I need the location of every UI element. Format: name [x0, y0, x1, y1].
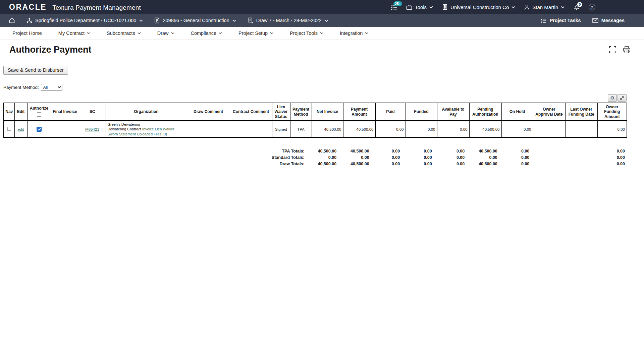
authorize-all-checkbox[interactable] [37, 112, 41, 117]
company-menu[interactable]: Universal Construction Co [442, 4, 515, 10]
col-header-owner-approval-date: Owner Approval Date [533, 103, 565, 121]
company-label: Universal Construction Co [450, 4, 509, 10]
authorize-cell [27, 121, 51, 137]
chevron-down-icon [365, 32, 368, 34]
chevron-down-icon [171, 32, 174, 34]
owner-approval-date-cell [533, 121, 565, 137]
table-settings-button[interactable]: ⚙ [608, 94, 617, 102]
nav-item-project-home[interactable]: Project Home [12, 31, 42, 36]
messages-button[interactable]: Messages [592, 18, 625, 23]
chevron-down-icon [138, 32, 141, 34]
contract-label: 209866 - General Construction [163, 18, 229, 23]
brand-group: ORACLE Textura Payment Management [9, 3, 141, 12]
table-expand-button[interactable] [618, 94, 627, 102]
standard-totals-row: Standard Totals: 0.00 0.00 0.00 0.00 0.0… [3, 154, 627, 161]
totals-value [564, 154, 597, 161]
chevron-down-icon [139, 19, 143, 22]
nav-label: Project Home [12, 31, 42, 36]
contract-document-icon [154, 17, 160, 23]
chevron-down-icon [561, 6, 565, 8]
col-header-organization: Organization [106, 103, 187, 121]
user-label: Stan Martin [532, 4, 558, 10]
org-hierarchy-icon [26, 18, 32, 23]
nav-item-project-setup[interactable]: Project Setup [238, 31, 273, 36]
task-list-icon: 25+ [391, 4, 397, 10]
totals-value: 0.00 [596, 154, 627, 161]
col-header-payment-method: Payment Method [290, 103, 312, 121]
nav-label: Integration [340, 31, 363, 36]
project-tasks-button[interactable]: Project Tasks [541, 18, 581, 23]
col-header-edit: Edit [14, 103, 27, 121]
totals-value: 0.00 [596, 161, 627, 167]
totals-value: 0.00 [306, 154, 338, 161]
help-icon: ? [589, 4, 595, 10]
net-invoice-cell: 40,500.00 [312, 121, 343, 137]
draw-document-icon [248, 17, 253, 23]
totals-value: 0.00 [596, 148, 627, 154]
totals-value [531, 154, 564, 161]
fullscreen-button[interactable] [609, 46, 616, 53]
title-icons [609, 46, 631, 53]
totals-value: 0.00 [499, 154, 531, 161]
payment-method-row: Payment Method: All [3, 84, 644, 91]
sworn-statement-link[interactable]: Sworn Statement [108, 132, 136, 136]
row-hierarchy-icon [7, 127, 11, 131]
print-button[interactable] [623, 46, 631, 53]
invoice-link[interactable]: Invoice [142, 127, 154, 131]
contract-comment-cell [230, 121, 272, 137]
edit-link[interactable]: edit [18, 127, 24, 131]
bell-icon: 0 [574, 4, 580, 10]
help-button[interactable]: ? [589, 4, 595, 10]
nav-label: Compliance [191, 31, 217, 36]
organization-contract: Dewatering Contract [108, 127, 141, 131]
notifications-button[interactable]: 0 [574, 4, 580, 10]
organization-cell: Green's Dewatering Dewatering Contract I… [106, 121, 187, 137]
contract-selector[interactable]: 209866 - General Construction [154, 17, 236, 23]
nav-item-integration[interactable]: Integration [340, 31, 369, 36]
nav-item-project-tools[interactable]: Project Tools [290, 31, 323, 36]
totals-label: Standard Totals: [3, 154, 306, 161]
tpa-totals-row: TPA Totals: 40,500.00 40,500.00 0.00 0.0… [3, 148, 627, 154]
nav-item-subcontracts[interactable]: Subcontracts [107, 31, 141, 36]
chevron-down-icon [512, 6, 515, 8]
home-button[interactable] [9, 17, 15, 23]
nav-item-draw[interactable]: Draw [157, 31, 174, 36]
col-header-lien-waiver-status: Lien Waiver Status [272, 103, 290, 121]
totals-value: 0.00 [371, 154, 401, 161]
totals-value [531, 148, 564, 154]
briefcase-icon [406, 4, 412, 10]
nav-item-compliance[interactable]: Compliance [191, 31, 222, 36]
tools-label: Tools [415, 4, 427, 10]
col-header-owner-funding-amount: Owner Funding Amount [597, 103, 627, 121]
project-label: Springfield Police Department - UCC-1021… [35, 18, 136, 23]
tools-menu[interactable]: Tools [406, 4, 433, 10]
payment-method-select[interactable]: All [41, 84, 62, 91]
lien-waiver-link[interactable]: Lien Waiver [155, 127, 174, 131]
topbar-right: 25+ Tools Universal Construction Co [391, 4, 595, 10]
context-right: Project Tasks Messages [541, 18, 625, 23]
save-send-disburser-button[interactable]: Save & Send to Disburser [3, 66, 68, 75]
col-header-contract-comment: Contract Comment [230, 103, 272, 121]
sc-number-link[interactable]: M65421 [85, 127, 99, 131]
project-selector[interactable]: Springfield Police Department - UCC-1021… [26, 18, 143, 23]
person-icon [524, 4, 530, 10]
col-header-authorize: Authorize [27, 103, 51, 121]
col-header-net-invoice: Net Invoice [312, 103, 343, 121]
context-left: Springfield Police Department - UCC-1021… [9, 17, 328, 23]
chevron-down-icon [219, 32, 222, 34]
draw-label: Draw 7 - March - 28-Mar-2022 [256, 18, 322, 23]
paid-cell: 0.00 [375, 121, 406, 137]
uploaded-files-link[interactable]: Uploaded Files (0) [137, 132, 167, 136]
draw-selector[interactable]: Draw 7 - March - 28-Mar-2022 [248, 17, 328, 23]
chevron-down-icon [325, 19, 328, 22]
authorize-row-checkbox[interactable] [37, 127, 42, 132]
chevron-down-icon [270, 32, 273, 34]
chevron-down-icon [87, 32, 90, 34]
task-list-button[interactable]: 25+ [391, 4, 397, 10]
nav-label: Subcontracts [107, 31, 135, 36]
nav-item-my-contract[interactable]: My Contract [58, 31, 90, 36]
user-menu[interactable]: Stan Martin [524, 4, 565, 10]
top-app-bar: ORACLE Textura Payment Management 25+ To… [0, 0, 644, 14]
totals-value: 0.00 [434, 148, 467, 154]
title-row: Authorize Payment [0, 40, 644, 60]
